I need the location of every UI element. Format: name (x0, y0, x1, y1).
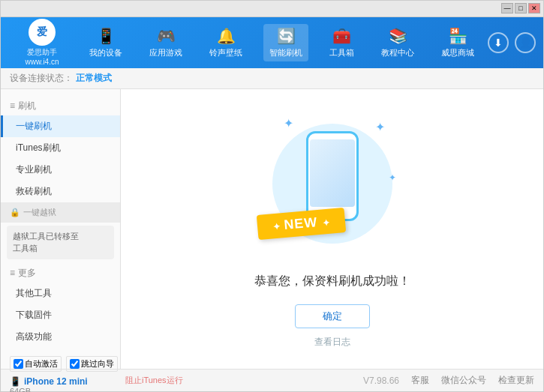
status-bar: 设备连接状态： 正常模式 (1, 68, 543, 89)
nav-item-ringtones[interactable]: 🔔 铃声壁纸 (203, 24, 248, 61)
wechat-link[interactable]: 微信公众号 (441, 374, 486, 387)
stop-itunes-btn[interactable]: 阻止iTunes运行 (125, 375, 183, 386)
sidebar-item-other-tools[interactable]: 其他工具 (1, 283, 120, 304)
sidebar-item-download-firmware[interactable]: 下载固件 (1, 304, 120, 326)
brick-flash-label: 救砖刷机 (16, 186, 52, 196)
nav-item-tutorials[interactable]: 📚 教程中心 (375, 24, 420, 61)
device-storage: 64GB (10, 387, 118, 392)
itunes-flash-label: iTunes刷机 (16, 142, 61, 153)
phone-shape (306, 131, 359, 221)
sidebar-item-pro-flash[interactable]: 专业刷机 (1, 159, 120, 181)
nav-item-smart-flash[interactable]: 🔄 智能刷机 (263, 24, 308, 61)
weishi-store-label: 威思商城 (441, 47, 474, 58)
one-click-flash-label: 一键刷机 (16, 121, 52, 131)
daily-log-label: 查看日志 (314, 337, 350, 347)
skip-wizard-checkbox[interactable] (70, 359, 80, 369)
pro-flash-label: 专业刷机 (16, 164, 52, 175)
device-name-text: iPhone 12 mini (24, 376, 88, 387)
nav-items: 📱 我的设备 🎮 应用游戏 🔔 铃声壁纸 🔄 智能刷机 🧰 工具箱 📚 (76, 24, 488, 61)
weishi-store-icon: 🏪 (449, 27, 467, 45)
version-text: V7.98.66 (363, 376, 399, 386)
section-label: 刷机 (18, 100, 36, 112)
download-button[interactable]: ⬇ (488, 32, 509, 53)
sidebar: ≡ 刷机 一键刷机 iTunes刷机 专业刷机 救砖刷机 🔒 一键越狱 越狱工具… (1, 89, 121, 369)
logo-symbol: 爱 (37, 25, 47, 39)
device-name-row: 📱 iPhone 12 mini (10, 376, 118, 387)
app-window: — □ ✕ 爱 爱思助手 www.i4.cn 📱 我的设备 🎮 应用游戏 🔔 (0, 0, 544, 392)
maximize-button[interactable]: □ (515, 3, 527, 13)
nav-item-apps-games[interactable]: 🎮 应用游戏 (143, 24, 188, 61)
check-update-link[interactable]: 检查更新 (498, 374, 534, 387)
my-device-icon: 📱 (97, 27, 116, 45)
sparkle-1: ✦ (284, 116, 293, 130)
content-area: ✦ ✦ ✦ NEW 恭喜您，保资料刷机成功啦！ 确定 查看日志 (121, 89, 543, 369)
bottom-right-section: V7.98.66 客服 微信公众号 检查更新 (363, 374, 534, 387)
confirm-button-label: 确定 (323, 310, 342, 322)
stop-itunes-label: 阻止iTunes运行 (125, 376, 183, 385)
device-info: 📱 iPhone 12 mini 64GB Down-12mini-13.1 (10, 376, 118, 392)
auto-launch-checkbox-label[interactable]: 自动激活 (10, 356, 62, 372)
bottom-bar: 自动激活 跳过向导 📱 iPhone 12 mini 64GB Down-12m… (1, 369, 543, 391)
nav-right-buttons: ⬇ 👤 (488, 32, 536, 53)
nav-item-my-device[interactable]: 📱 我的设备 (83, 24, 128, 61)
auto-launch-label: 自动激活 (25, 358, 58, 370)
sidebar-item-brick-flash[interactable]: 救砖刷机 (1, 181, 120, 202)
info-box-text: 越狱工具已转移至工具箱 (13, 232, 79, 253)
nav-item-weishi-store[interactable]: 🏪 威思商城 (435, 24, 480, 61)
close-button[interactable]: ✕ (528, 3, 540, 13)
section-icon: ≡ (10, 100, 15, 111)
logo-url: www.i4.cn (25, 58, 59, 66)
device-phone-icon: 📱 (10, 376, 21, 387)
sidebar-item-itunes-flash[interactable]: iTunes刷机 (1, 137, 120, 159)
main-area: ≡ 刷机 一键刷机 iTunes刷机 专业刷机 救砖刷机 🔒 一键越狱 越狱工具… (1, 89, 543, 369)
sidebar-item-advanced[interactable]: 高级功能 (1, 326, 120, 348)
title-bar: — □ ✕ (1, 1, 543, 17)
logo-text: 爱思助手 (27, 47, 57, 58)
ringtones-label: 铃声壁纸 (209, 47, 242, 58)
window-controls: — □ ✕ (501, 3, 540, 13)
tutorials-icon: 📚 (389, 27, 407, 45)
apps-games-label: 应用游戏 (149, 47, 182, 58)
auto-launch-checkbox[interactable] (14, 359, 23, 369)
jailbreak-label: 一键越狱 (23, 207, 56, 218)
customer-service-link[interactable]: 客服 (411, 374, 429, 387)
confirm-button[interactable]: 确定 (295, 304, 370, 328)
status-label: 设备连接状态： (10, 72, 73, 85)
sidebar-section-flash: ≡ 刷机 (1, 95, 120, 115)
advanced-label: 高级功能 (16, 331, 52, 342)
skip-wizard-checkbox-label[interactable]: 跳过向导 (66, 356, 118, 372)
account-button[interactable]: 👤 (515, 32, 536, 53)
sparkle-3: ✦ (389, 172, 396, 183)
toolbox-icon: 🧰 (332, 27, 351, 45)
smart-flash-label: 智能刷机 (269, 47, 302, 58)
apps-games-icon: 🎮 (157, 27, 176, 45)
sidebar-item-one-click-flash[interactable]: 一键刷机 (1, 115, 120, 137)
ringtones-icon: 🔔 (217, 27, 236, 45)
new-ribbon-text: NEW (283, 214, 318, 232)
sidebar-jailbreak-section: 🔒 一键越狱 (1, 202, 120, 223)
success-text: 恭喜您，保资料刷机成功啦！ (254, 274, 410, 289)
top-navigation: 爱 爱思助手 www.i4.cn 📱 我的设备 🎮 应用游戏 🔔 铃声壁纸 🔄 … (1, 17, 543, 68)
other-tools-label: 其他工具 (16, 288, 52, 298)
daily-log-link[interactable]: 查看日志 (314, 336, 350, 349)
lock-icon: 🔒 (10, 208, 20, 217)
sidebar-section-more: ≡ 更多 (1, 262, 120, 283)
sidebar-info-box: 越狱工具已转移至工具箱 (7, 226, 114, 259)
my-device-label: 我的设备 (89, 47, 122, 58)
phone-screen (310, 139, 355, 207)
nav-item-toolbox[interactable]: 🧰 工具箱 (323, 24, 360, 61)
toolbox-label: 工具箱 (329, 47, 354, 58)
sparkle-2: ✦ (375, 120, 385, 134)
success-illustration: ✦ ✦ ✦ NEW (265, 109, 400, 259)
skip-wizard-label: 跳过向导 (81, 358, 114, 370)
more-section-label: 更多 (18, 267, 36, 280)
more-section-icon: ≡ (10, 268, 15, 278)
logo-area: 爱 爱思助手 www.i4.cn (8, 19, 76, 66)
tutorials-label: 教程中心 (381, 47, 414, 58)
smart-flash-icon: 🔄 (277, 27, 296, 45)
logo-icon: 爱 (29, 19, 56, 46)
checkbox-row: 自动激活 跳过向导 (10, 356, 118, 372)
status-value: 正常模式 (76, 72, 112, 85)
download-firmware-label: 下载固件 (16, 310, 52, 320)
minimize-button[interactable]: — (501, 3, 513, 13)
